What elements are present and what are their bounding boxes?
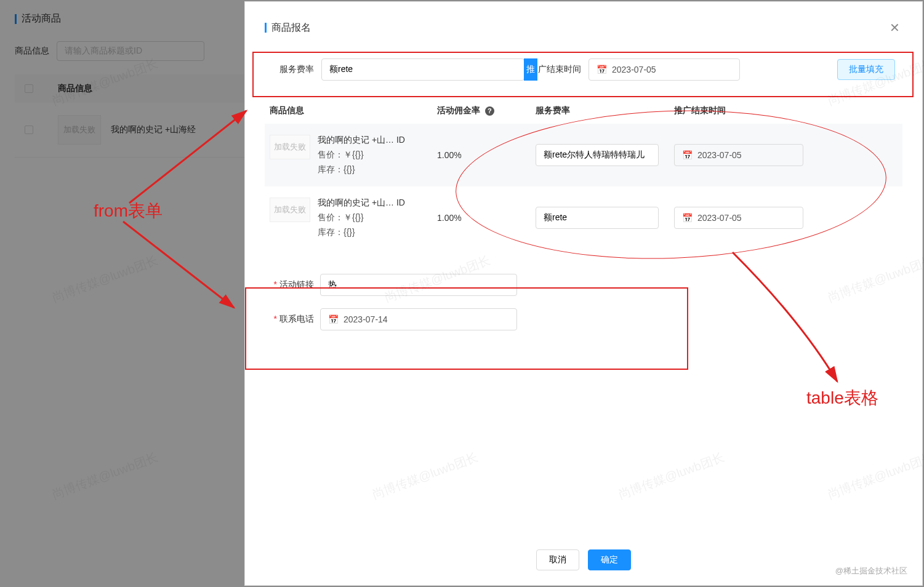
modal-header: 商品报名 ✕ bbox=[245, 2, 922, 49]
row-fee bbox=[536, 207, 674, 229]
required-star-icon: * bbox=[274, 279, 277, 289]
fee-input[interactable] bbox=[536, 144, 659, 166]
modal-body: 服务费率 推 广结束时间 📅 2023-07-05 批量填充 商品信息 活动佣金… bbox=[245, 49, 922, 540]
modal-footer: 取消 确定 @稀土掘金技术社区 bbox=[245, 540, 922, 585]
table-row: 加载失败 我的啊的史记 +山… ID 售价：￥{{}} 库存：{{}} 1.00… bbox=[265, 186, 902, 249]
end-date-picker[interactable]: 📅 2023-07-05 bbox=[589, 58, 740, 81]
modal-dialog: 商品报名 ✕ 服务费率 推 广结束时间 📅 2023-07-05 批量填充 商品… bbox=[244, 1, 923, 586]
phone-label: *联系电话 bbox=[265, 314, 314, 325]
bottom-form: *活动链接 *联系电话 📅 2023-07-14 bbox=[265, 266, 902, 350]
th-date: 推广结束时间 bbox=[674, 105, 813, 116]
phone-date-value: 2023-07-14 bbox=[343, 314, 388, 324]
fee-rate-input[interactable] bbox=[321, 58, 524, 81]
calendar-icon: 📅 bbox=[328, 314, 339, 324]
product-stock: 库存：{{}} bbox=[318, 164, 405, 175]
batch-fill-button[interactable]: 批量填充 bbox=[837, 59, 895, 80]
modal-title-text: 商品报名 bbox=[271, 22, 311, 34]
fee-rate-label: 服务费率 bbox=[272, 64, 321, 75]
fee-input[interactable] bbox=[536, 207, 659, 229]
table-header-row: 商品信息 活动佣金率 ? 服务费率 推广结束时间 bbox=[265, 102, 902, 124]
end-time-label: 广结束时间 bbox=[538, 64, 589, 75]
end-date-value: 2023-07-05 bbox=[612, 65, 656, 74]
required-star-icon: * bbox=[274, 314, 277, 324]
row-rate: 1.00% bbox=[437, 150, 536, 160]
product-price: 售价：￥{{}} bbox=[318, 150, 405, 161]
calendar-icon: 📅 bbox=[682, 213, 693, 223]
footer-brand: @稀土掘金技术社区 bbox=[835, 565, 907, 577]
link-row: *活动链接 bbox=[265, 274, 902, 296]
cancel-button[interactable]: 取消 bbox=[536, 549, 579, 570]
row-rate: 1.00% bbox=[437, 213, 536, 223]
row-date-value: 2023-07-05 bbox=[697, 213, 742, 223]
thumbnail-fail: 加载失败 bbox=[270, 198, 310, 222]
product-title: 我的啊的史记 +山… ID bbox=[318, 198, 405, 209]
row-info: 加载失败 我的啊的史记 +山… ID 售价：￥{{}} 库存：{{}} bbox=[265, 135, 437, 175]
row-date: 📅 2023-07-05 bbox=[674, 207, 813, 229]
title-bar-icon bbox=[265, 23, 267, 33]
row-fee bbox=[536, 144, 674, 166]
product-table: 商品信息 活动佣金率 ? 服务费率 推广结束时间 加载失败 我的啊的史记 +山…… bbox=[265, 102, 902, 249]
th-info: 商品信息 bbox=[265, 105, 437, 116]
calendar-icon: 📅 bbox=[682, 150, 693, 160]
thumbnail-fail: 加载失败 bbox=[270, 135, 310, 159]
info-lines: 我的啊的史记 +山… ID 售价：￥{{}} 库存：{{}} bbox=[318, 135, 405, 175]
selection-highlight: 推 bbox=[524, 58, 537, 81]
th-fee: 服务费率 bbox=[536, 105, 674, 116]
row-date-value: 2023-07-05 bbox=[697, 150, 742, 160]
product-stock: 库存：{{}} bbox=[318, 227, 405, 238]
top-form: 服务费率 推 广结束时间 📅 2023-07-05 批量填充 bbox=[265, 49, 902, 90]
phone-date-picker[interactable]: 📅 2023-07-14 bbox=[320, 308, 517, 330]
calendar-icon: 📅 bbox=[597, 65, 607, 74]
modal-title: 商品报名 bbox=[265, 22, 311, 34]
confirm-button[interactable]: 确定 bbox=[588, 549, 631, 570]
row-date-picker[interactable]: 📅 2023-07-05 bbox=[674, 144, 803, 166]
product-title: 我的啊的史记 +山… ID bbox=[318, 135, 405, 146]
link-input[interactable] bbox=[320, 274, 517, 296]
table-row: 加载失败 我的啊的史记 +山… ID 售价：￥{{}} 库存：{{}} 1.00… bbox=[265, 124, 902, 186]
link-label: *活动链接 bbox=[265, 279, 314, 290]
row-date-picker[interactable]: 📅 2023-07-05 bbox=[674, 207, 803, 229]
row-info: 加载失败 我的啊的史记 +山… ID 售价：￥{{}} 库存：{{}} bbox=[265, 198, 437, 238]
info-lines: 我的啊的史记 +山… ID 售价：￥{{}} 库存：{{}} bbox=[318, 198, 405, 238]
th-rate: 活动佣金率 ? bbox=[437, 105, 536, 116]
row-date: 📅 2023-07-05 bbox=[674, 144, 813, 166]
product-price: 售价：￥{{}} bbox=[318, 212, 405, 223]
phone-row: *联系电话 📅 2023-07-14 bbox=[265, 308, 902, 330]
close-icon[interactable]: ✕ bbox=[887, 18, 902, 38]
help-icon[interactable]: ? bbox=[485, 106, 494, 116]
